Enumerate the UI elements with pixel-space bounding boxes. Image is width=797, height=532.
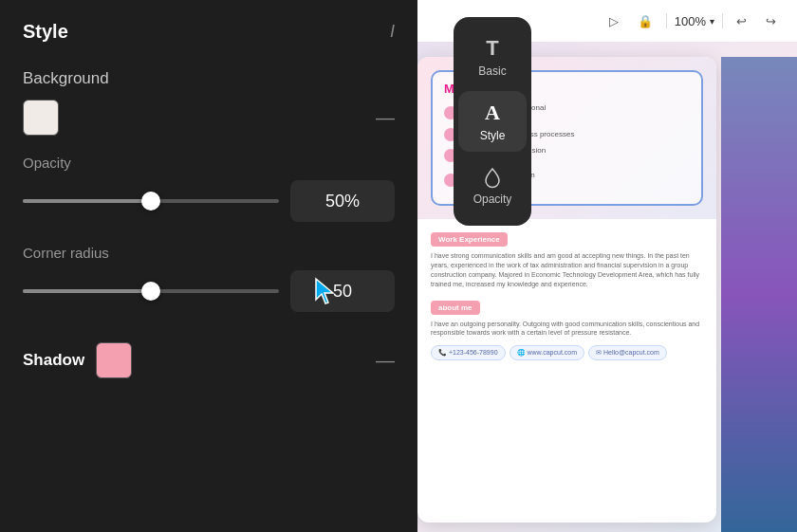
contact-website: 🌐 www.capcut.com bbox=[510, 345, 584, 360]
corner-slider-fill bbox=[23, 289, 151, 293]
background-section: Background — bbox=[0, 58, 417, 147]
about-text: I have an outgoing personality. Outgoing… bbox=[431, 320, 703, 339]
italic-icon[interactable]: I bbox=[390, 22, 395, 42]
about-section: about me I have an outgoing personality.… bbox=[431, 297, 703, 339]
corner-radius-section: Corner radius 50 bbox=[0, 237, 417, 327]
photo-silhouette bbox=[721, 57, 797, 532]
style-text-icon: A bbox=[485, 101, 500, 125]
about-badge: about me bbox=[431, 301, 480, 315]
background-label: Background bbox=[23, 69, 395, 88]
toolbar-style-label: Style bbox=[480, 129, 506, 142]
background-row: — bbox=[23, 100, 395, 136]
opacity-slider-fill bbox=[23, 199, 151, 203]
toolbar-opacity-label: Opacity bbox=[473, 193, 512, 206]
opacity-slider-thumb[interactable] bbox=[141, 192, 160, 211]
shadow-dash[interactable]: — bbox=[376, 350, 395, 372]
zoom-value: 100% bbox=[675, 14, 706, 28]
corner-slider-row: 50 bbox=[23, 270, 395, 312]
photo-area bbox=[721, 57, 797, 532]
corner-radius-label: Corner radius bbox=[23, 245, 395, 261]
opacity-slider-row: 50% bbox=[23, 180, 395, 222]
basic-text-icon: T bbox=[486, 36, 498, 61]
zoom-control[interactable]: 100% ▾ bbox=[675, 14, 714, 28]
background-color-swatch[interactable] bbox=[23, 100, 59, 136]
panel-title: Style bbox=[23, 21, 68, 43]
zoom-chevron: ▾ bbox=[710, 16, 714, 27]
cursor-tool-btn[interactable]: ▷ bbox=[603, 12, 624, 30]
resume-bottom-section: Work Experience I have strong communicat… bbox=[417, 219, 716, 370]
shadow-section: Shadow — bbox=[0, 327, 417, 394]
right-toolbar: T Basic A Style Opacity bbox=[454, 17, 531, 226]
panel-header: Style I bbox=[0, 0, 417, 58]
background-dash[interactable]: — bbox=[376, 107, 395, 129]
undo-btn[interactable]: ↩ bbox=[731, 12, 752, 30]
contact-row: 📞 +123-456-78990 🌐 www.capcut.com ✉ Hell… bbox=[431, 345, 703, 360]
shadow-color-swatch[interactable] bbox=[96, 342, 132, 378]
opacity-value-input[interactable]: 50% bbox=[290, 180, 395, 222]
redo-btn[interactable]: ↪ bbox=[760, 12, 782, 30]
opacity-drop-icon bbox=[481, 166, 504, 189]
toolbar-item-opacity[interactable]: Opacity bbox=[458, 156, 527, 216]
opacity-slider-track[interactable] bbox=[23, 199, 279, 203]
style-panel: Style I Background — Opacity 50% Corner … bbox=[0, 0, 417, 532]
toolbar-item-basic[interactable]: T Basic bbox=[458, 27, 527, 87]
corner-slider-thumb[interactable] bbox=[141, 282, 160, 301]
topbar-divider2 bbox=[722, 13, 723, 28]
toolbar-item-style[interactable]: A Style bbox=[458, 91, 527, 152]
corner-radius-value-input[interactable]: 50 bbox=[290, 270, 395, 312]
opacity-label: Opacity bbox=[23, 155, 395, 171]
lock-btn[interactable]: 🔒 bbox=[632, 12, 658, 30]
contact-phone: 📞 +123-456-78990 bbox=[431, 345, 506, 360]
toolbar-basic-label: Basic bbox=[478, 64, 506, 78]
work-experience-badge: Work Experience bbox=[431, 232, 508, 247]
shadow-label: Shadow bbox=[23, 351, 84, 370]
corner-slider-track[interactable] bbox=[23, 289, 279, 293]
work-experience-text: I have strong communication skills and a… bbox=[431, 251, 703, 288]
topbar-divider bbox=[666, 13, 667, 28]
opacity-section: Opacity 50% bbox=[0, 147, 417, 237]
contact-email: ✉ Hello@capcut.com bbox=[588, 345, 667, 360]
